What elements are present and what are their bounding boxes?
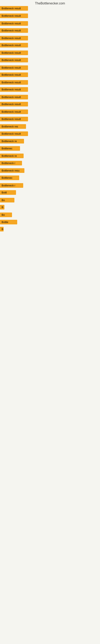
bottleneck-result-item[interactable]: Bottleneck result: [0, 21, 28, 26]
bottleneck-result-item[interactable]: Bottlenec: [0, 176, 19, 180]
bottleneck-result-item[interactable]: Bottleneck result: [0, 14, 28, 18]
bottleneck-result-item[interactable]: Bottleneck result: [0, 72, 28, 77]
bottleneck-result-item[interactable]: Bottleneck result: [0, 110, 28, 114]
bottleneck-result-item[interactable]: Bottleneck result: [0, 36, 28, 40]
bottleneck-result-item[interactable]: Bottleneck result: [0, 95, 28, 100]
bottleneck-result-item[interactable]: Bottleneck res: [0, 124, 26, 129]
bottleneck-result-item[interactable]: Bottleneck r: [0, 183, 23, 188]
bottleneck-result-item[interactable]: Bottleneck result: [0, 80, 28, 85]
bottleneck-result-item[interactable]: Bottleneck result: [0, 117, 28, 121]
site-title: TheBottlenecker.com: [0, 0, 100, 6]
bottleneck-result-item[interactable]: B: [0, 227, 3, 232]
bottleneck-result-item[interactable]: Bottleneck result: [0, 50, 28, 55]
bottleneck-result-item[interactable]: Bottleneck result: [0, 6, 28, 11]
bottleneck-result-item[interactable]: Bottleneck result: [0, 28, 28, 33]
bottleneck-result-item[interactable]: Bottleneck resu: [0, 168, 24, 173]
bottleneck-result-item[interactable]: Bottleneck re: [0, 139, 24, 144]
bottleneck-result-item[interactable]: Bo: [0, 212, 12, 217]
bottleneck-result-item[interactable]: Bottle: [0, 220, 17, 224]
bottleneck-result-item[interactable]: B: [0, 205, 4, 210]
bottleneck-result-item[interactable]: Bottleneck result: [0, 87, 28, 92]
bottleneck-result-item[interactable]: Bo: [0, 198, 14, 202]
bottleneck-result-item[interactable]: Bottlenec: [0, 146, 20, 151]
bottleneck-result-item[interactable]: Bottleneck result: [0, 43, 28, 48]
bottleneck-result-item[interactable]: Bottleneck result: [0, 102, 28, 106]
bottleneck-result-item[interactable]: Bottleneck result: [0, 66, 28, 70]
bottleneck-result-item[interactable]: Bottl: [0, 190, 16, 195]
bottleneck-result-item[interactable]: Bottleneck re: [0, 154, 24, 158]
bottleneck-result-item[interactable]: Bottleneck result: [0, 132, 28, 136]
bottleneck-result-item[interactable]: Bottleneck r: [0, 161, 22, 166]
bottleneck-result-item[interactable]: Bottleneck result: [0, 58, 28, 62]
